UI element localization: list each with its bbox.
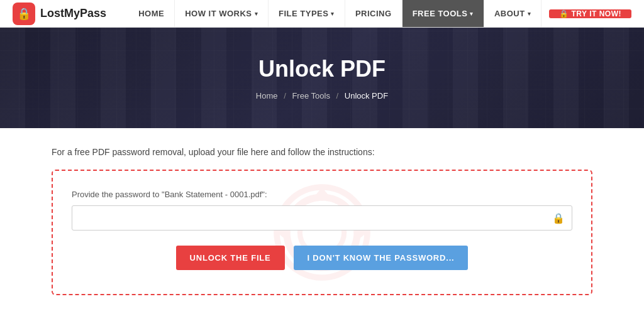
nav-item-how-it-works[interactable]: HOW IT WORKS ▾ [175,0,269,27]
try-it-now-button[interactable]: 🔒 TRY IT NOW! [549,9,631,18]
password-input-wrap: 🔒 [72,205,572,231]
breadcrumb-sep-1: / [284,91,286,100]
nav-item-pricing[interactable]: PRICING [345,0,402,27]
button-row: UNLOCK THE FILE I DON'T KNOW THE PASSWOR… [176,246,469,270]
unlock-file-button[interactable]: UNLOCK THE FILE [176,246,285,270]
password-input[interactable] [72,205,572,231]
instructions-text: For a free PDF password removal, upload … [52,147,592,157]
chevron-down-icon: ▾ [255,11,258,17]
nav-items: HOME HOW IT WORKS ▾ FILE TYPES ▾ PRICING… [128,0,541,27]
chevron-down-icon: ▾ [331,11,335,17]
breadcrumb-sep-2: / [336,91,339,100]
password-section: Provide the password to "Bank Statement … [72,190,572,231]
main-content: For a free PDF password removal, upload … [39,128,605,320]
chevron-down-icon: ▾ [470,11,474,17]
logo[interactable]: 🔒 LostMyPass [13,3,106,25]
breadcrumb-home[interactable]: Home [256,91,278,100]
nav-item-about[interactable]: ABOUT ▾ [484,0,541,27]
logo-icon: 🔒 [13,3,35,25]
breadcrumb-current: Unlock PDF [345,91,388,100]
lock-icon: 🔒 [552,212,565,224]
nav-item-free-tools[interactable]: FREE TOOLS ▾ [402,0,484,27]
page-title: Unlock PDF [258,56,386,82]
dont-know-password-button[interactable]: I DON'T KNOW THE PASSWORD... [294,246,469,270]
password-label: Provide the password to "Bank Statement … [72,190,572,199]
navbar: 🔒 LostMyPass HOME HOW IT WORKS ▾ FILE TY… [0,0,644,28]
nav-item-file-types[interactable]: FILE TYPES ▾ [269,0,345,27]
brand-name: LostMyPass [40,7,106,20]
chevron-down-icon: ▾ [528,11,531,17]
breadcrumb: Home / Free Tools / Unlock PDF [256,91,388,100]
nav-item-home[interactable]: HOME [128,0,175,27]
breadcrumb-section[interactable]: Free Tools [292,91,330,100]
upload-box: Provide the password to "Bank Statement … [52,170,592,295]
hero-banner: Unlock PDF Home / Free Tools / Unlock PD… [0,28,644,128]
